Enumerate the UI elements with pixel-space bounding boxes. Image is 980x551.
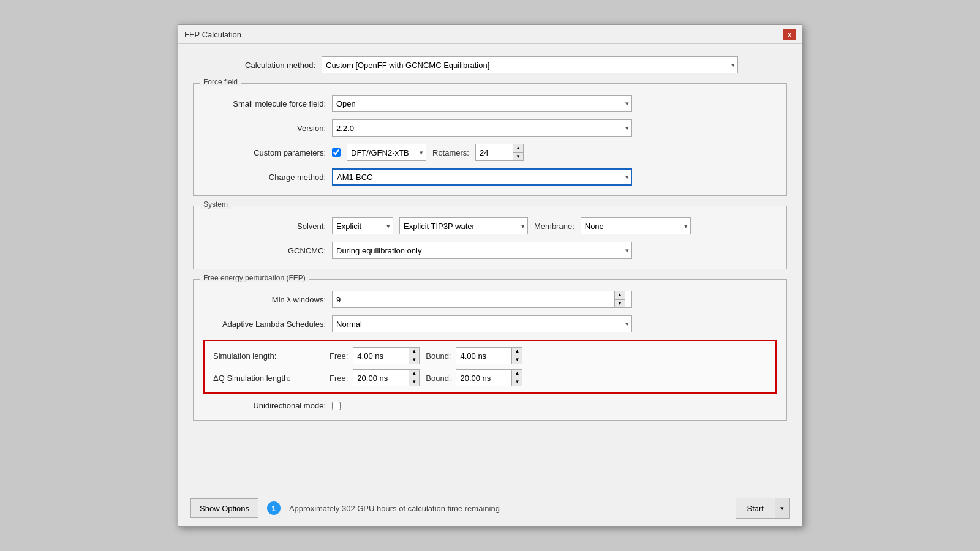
dialog-footer: Show Options 1 Approximately 302 GPU hou… xyxy=(178,490,802,526)
custom-parameters-label: Custom parameters: xyxy=(203,148,326,157)
force-field-section: Force field Small molecule force field: … xyxy=(193,83,787,196)
version-select[interactable]: 2.2.0 xyxy=(332,119,632,137)
dq-free-group: Free: ▲ ▼ xyxy=(330,369,420,386)
dq-free-spinbox-buttons: ▲ ▼ xyxy=(409,370,419,386)
fep-content: Min λ windows: ▲ ▼ Adaptive Lambda Sched… xyxy=(203,291,777,410)
dialog-title: FEP Calculation xyxy=(184,30,241,39)
version-row: Version: 2.2.0 xyxy=(203,119,777,137)
small-molecule-select[interactable]: Open xyxy=(332,95,632,112)
dq-free-decrement-button[interactable]: ▼ xyxy=(409,378,419,386)
solvent-detail-select[interactable]: Explicit TIP3P water xyxy=(399,217,528,234)
solvent-type-wrapper: Explicit xyxy=(332,217,393,234)
min-lambda-label: Min λ windows: xyxy=(203,295,326,304)
start-button[interactable]: Start xyxy=(736,498,775,518)
min-lambda-decrement-button[interactable]: ▼ xyxy=(615,300,625,308)
small-molecule-label: Small molecule force field: xyxy=(203,99,326,108)
rotamers-label: Rotamers: xyxy=(432,148,469,157)
show-options-button[interactable]: Show Options xyxy=(190,498,258,518)
unidirectional-mode-checkbox[interactable] xyxy=(332,402,341,410)
dialog-body: Calculation method: Custom [OpenFF with … xyxy=(178,44,802,490)
charge-method-row: Charge method: AM1-BCC xyxy=(203,168,777,186)
gcncmc-label: GCNCMC: xyxy=(203,246,326,255)
start-dropdown-arrow[interactable]: ▾ xyxy=(775,498,789,518)
gcncmc-select[interactable]: During equilibration only xyxy=(332,242,632,259)
calculation-method-label: Calculation method: xyxy=(193,61,315,70)
sim-bound-input[interactable] xyxy=(456,348,511,364)
solvent-type-select[interactable]: Explicit xyxy=(332,217,393,234)
dq-bound-group: Bound: ▲ ▼ xyxy=(426,369,522,386)
rotamers-decrement-button[interactable]: ▼ xyxy=(513,153,523,161)
info-badge: 1 xyxy=(267,501,281,515)
min-lambda-row: Min λ windows: ▲ ▼ xyxy=(203,291,777,308)
min-lambda-spinbox: ▲ ▼ xyxy=(332,291,632,308)
sim-length-free-group: Free: ▲ ▼ xyxy=(330,347,420,364)
gcncmc-wrapper: During equilibration only xyxy=(332,242,632,259)
solvent-row: Solvent: Explicit Explicit TIP3P water M… xyxy=(203,217,777,234)
solvent-label: Solvent: xyxy=(203,222,326,231)
calculation-method-wrapper: Custom [OpenFF with GCNCMC Equilibration… xyxy=(322,56,738,73)
custom-params-dropdown[interactable]: DFT//GFN2-xTB xyxy=(347,144,426,161)
title-bar: FEP Calculation x xyxy=(178,25,802,44)
dq-bound-input[interactable] xyxy=(456,370,511,386)
sim-bound-spinbox: ▲ ▼ xyxy=(456,347,522,364)
solvent-detail-wrapper: Explicit TIP3P water xyxy=(399,217,528,234)
rotamers-input[interactable] xyxy=(476,144,513,160)
sim-length-bound-group: Bound: ▲ ▼ xyxy=(426,347,522,364)
fep-legend: Free energy perturbation (FEP) xyxy=(200,274,309,282)
sim-bound-increment-button[interactable]: ▲ xyxy=(512,348,522,356)
small-molecule-wrapper: Open xyxy=(332,95,632,112)
charge-method-label: Charge method: xyxy=(203,173,326,182)
membrane-label: Membrane: xyxy=(534,222,575,231)
system-content: Solvent: Explicit Explicit TIP3P water M… xyxy=(203,217,777,259)
sim-free-decrement-button[interactable]: ▼ xyxy=(409,356,419,364)
dq-free-input[interactable] xyxy=(353,370,409,386)
rotamers-increment-button[interactable]: ▲ xyxy=(513,144,523,153)
fep-calculation-dialog: FEP Calculation x Calculation method: Cu… xyxy=(178,24,802,527)
sim-free-label: Free: xyxy=(330,351,348,361)
system-legend: System xyxy=(200,200,232,209)
gcncmc-row: GCNCMC: During equilibration only xyxy=(203,242,777,259)
sim-bound-decrement-button[interactable]: ▼ xyxy=(512,356,522,364)
membrane-select[interactable]: None xyxy=(581,217,691,234)
version-label: Version: xyxy=(203,124,326,133)
unidirectional-mode-row: Unidirectional mode: xyxy=(203,401,777,410)
small-molecule-row: Small molecule force field: Open xyxy=(203,95,777,112)
charge-method-wrapper: AM1-BCC xyxy=(332,168,632,186)
unidirectional-mode-label: Unidirectional mode: xyxy=(203,401,326,410)
dq-bound-spinbox-buttons: ▲ ▼ xyxy=(511,370,522,386)
dq-bound-increment-button[interactable]: ▲ xyxy=(512,370,522,378)
dq-free-increment-button[interactable]: ▲ xyxy=(409,370,419,378)
close-button[interactable]: x xyxy=(783,29,796,40)
dq-free-spinbox: ▲ ▼ xyxy=(353,369,420,386)
adaptive-lambda-label: Adaptive Lambda Schedules: xyxy=(203,320,326,329)
dq-bound-decrement-button[interactable]: ▼ xyxy=(512,378,522,386)
sim-bound-spinbox-buttons: ▲ ▼ xyxy=(511,348,522,364)
footer-message: Approximately 302 GPU hours of calculati… xyxy=(289,504,727,513)
simulation-length-label: Simulation length: xyxy=(213,351,323,361)
dq-simulation-length-row: ΔQ Simulation length: Free: ▲ ▼ xyxy=(213,369,767,386)
calculation-method-row: Calculation method: Custom [OpenFF with … xyxy=(193,56,787,73)
force-field-legend: Force field xyxy=(200,78,241,86)
sim-free-spinbox-buttons: ▲ ▼ xyxy=(409,348,419,364)
sim-bound-label: Bound: xyxy=(426,351,451,361)
adaptive-lambda-wrapper: Normal xyxy=(332,315,632,332)
dq-free-label: Free: xyxy=(330,373,348,383)
simulation-length-row: Simulation length: Free: ▲ ▼ xyxy=(213,347,767,364)
fep-section: Free energy perturbation (FEP) Min λ win… xyxy=(193,279,787,421)
sim-free-increment-button[interactable]: ▲ xyxy=(409,348,419,356)
dq-bound-label: Bound: xyxy=(426,373,451,383)
membrane-wrapper: None xyxy=(581,217,691,234)
dq-bound-spinbox: ▲ ▼ xyxy=(456,369,522,386)
force-field-content: Small molecule force field: Open Version… xyxy=(203,95,777,186)
adaptive-lambda-select[interactable]: Normal xyxy=(332,315,632,332)
calculation-method-select[interactable]: Custom [OpenFF with GCNCMC Equilibration… xyxy=(322,56,738,73)
system-section: System Solvent: Explicit Explicit TIP3P … xyxy=(193,206,787,269)
simulation-highlight-box: Simulation length: Free: ▲ ▼ xyxy=(203,340,777,394)
min-lambda-increment-button[interactable]: ▲ xyxy=(615,291,625,300)
custom-parameters-checkbox[interactable] xyxy=(332,148,341,157)
min-lambda-input[interactable] xyxy=(333,291,614,307)
charge-method-select[interactable]: AM1-BCC xyxy=(332,168,632,186)
rotamers-spinbox: ▲ ▼ xyxy=(475,144,524,161)
sim-free-input[interactable] xyxy=(353,348,409,364)
version-wrapper: 2.2.0 xyxy=(332,119,632,137)
